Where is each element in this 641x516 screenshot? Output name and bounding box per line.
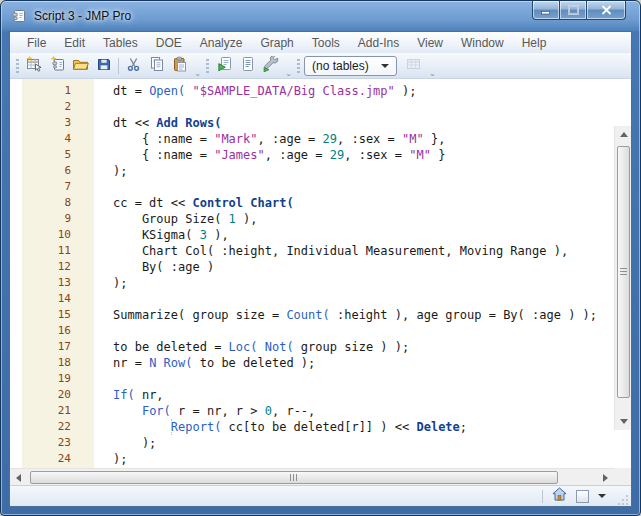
toolbar-group-tables: (no tables) ⌄ — [294, 54, 438, 78]
tools-button[interactable] — [259, 55, 282, 77]
script-editor[interactable]: 123456789101112131415161718192021222324 … — [10, 79, 631, 468]
jmp-pro-window: Script 3 - JMP Pro FileEditTablesDOEAnal… — [0, 0, 641, 516]
new-data-table-icon — [26, 56, 43, 76]
window-square-button[interactable] — [576, 490, 589, 503]
vertical-scrollbar[interactable] — [614, 126, 631, 430]
toolbar-drag-handle[interactable] — [16, 59, 19, 73]
code-line: to be deleted = Loc( Not( group size ) )… — [113, 339, 614, 355]
menu-window[interactable]: Window — [452, 33, 513, 53]
code-line: Chart Col( :height, Individual Measureme… — [113, 243, 614, 259]
line-number: 11 — [22, 243, 94, 259]
copy-icon — [149, 56, 165, 76]
new-data-table-button[interactable] — [23, 55, 46, 77]
horizontal-scrollbar[interactable] — [10, 468, 614, 485]
window-square-icon — [576, 490, 589, 503]
code-line — [113, 179, 614, 195]
line-number: 1 — [22, 83, 94, 99]
code-line — [113, 99, 614, 115]
menu-help[interactable]: Help — [513, 33, 556, 53]
status-bar — [10, 485, 631, 506]
code-line: cc = dt << Control Chart( — [113, 195, 614, 211]
scroll-right-button[interactable] — [597, 469, 614, 486]
code-line — [113, 323, 614, 339]
menu-tools[interactable]: Tools — [303, 33, 349, 53]
line-number: 21 — [22, 403, 94, 419]
code-line: For( r = nr, r > 0, r--, — [113, 403, 614, 419]
resize-grip-icon[interactable] — [617, 492, 629, 504]
line-number: 16 — [22, 323, 94, 339]
scroll-left-button[interactable] — [10, 469, 27, 486]
code-line: KSigma( 3 ), — [113, 227, 614, 243]
chevron-down-icon — [381, 64, 389, 68]
menu-doe[interactable]: DOE — [147, 33, 191, 53]
cut-icon — [126, 56, 141, 76]
toolbar-overflow-icon[interactable]: ⌄ — [285, 70, 292, 77]
code-area[interactable]: dt = Open( "$SAMPLE_DATA/Big Class.jmp" … — [94, 79, 614, 468]
status-separator — [542, 490, 543, 503]
scroll-down-button[interactable] — [615, 413, 631, 430]
menu-add-ins[interactable]: Add-Ins — [349, 33, 408, 53]
open-button[interactable] — [69, 55, 92, 77]
toolbar-drag-handle[interactable] — [206, 59, 209, 73]
line-number: 23 — [22, 435, 94, 451]
toolbar-overflow-icon[interactable]: ⌄ — [429, 70, 436, 77]
close-button[interactable] — [586, 1, 626, 20]
line-number: 9 — [22, 211, 94, 227]
menu-analyze[interactable]: Analyze — [191, 33, 252, 53]
code-line: ); — [113, 275, 614, 291]
maximize-button[interactable] — [559, 1, 587, 20]
code-line: ); — [113, 163, 614, 179]
line-number: 15 — [22, 307, 94, 323]
line-number: 2 — [22, 99, 94, 115]
toolbar-overflow-icon[interactable]: ⌄ — [194, 70, 201, 77]
copy-button[interactable] — [145, 55, 168, 77]
line-number-gutter: 123456789101112131415161718192021222324 — [22, 79, 94, 468]
cut-button[interactable] — [122, 55, 145, 77]
menu-edit[interactable]: Edit — [55, 33, 94, 53]
title-bar[interactable]: Script 3 - JMP Pro — [1, 1, 640, 31]
line-number: 6 — [22, 163, 94, 179]
menu-graph[interactable]: Graph — [251, 33, 302, 53]
paste-icon — [172, 56, 188, 76]
toolbar-separator — [118, 58, 119, 74]
code-line: Report( cc[to be deleted[r]] ) << Delete… — [113, 419, 614, 435]
tables-dropdown[interactable]: (no tables) — [304, 56, 397, 76]
scrollbar-corner — [614, 468, 631, 485]
code-line: { :name = "James", :age = 29, :sex = "M"… — [113, 147, 614, 163]
vertical-scrollbar-thumb[interactable] — [617, 146, 630, 398]
home-button[interactable] — [552, 487, 567, 505]
paste-button[interactable] — [168, 55, 191, 77]
line-number: 17 — [22, 339, 94, 355]
save-button[interactable] — [92, 55, 115, 77]
code-line: Summarize( group size = Count( :height )… — [113, 307, 614, 323]
log-button[interactable] — [236, 55, 259, 77]
new-script-icon — [50, 56, 66, 76]
line-number: 10 — [22, 227, 94, 243]
line-number: 3 — [22, 115, 94, 131]
minimize-button[interactable] — [532, 1, 560, 20]
horizontal-scrollbar-thumb[interactable] — [30, 471, 558, 484]
line-number: 14 — [22, 291, 94, 307]
scroll-up-button[interactable] — [615, 126, 631, 143]
status-dropdown-button[interactable] — [598, 494, 606, 498]
code-line: ); — [113, 451, 614, 467]
new-script-button[interactable] — [46, 55, 69, 77]
line-number: 7 — [22, 179, 94, 195]
log-icon — [240, 56, 256, 76]
line-number: 22 — [22, 419, 94, 435]
code-line: dt = Open( "$SAMPLE_DATA/Big Class.jmp" … — [113, 83, 614, 99]
line-number: 18 — [22, 355, 94, 371]
window-controls — [533, 1, 626, 20]
code-line: ); — [113, 435, 614, 451]
line-number: 12 — [22, 259, 94, 275]
menu-file[interactable]: File — [18, 33, 55, 53]
run-script-button[interactable] — [213, 55, 236, 77]
code-line: nr = N Row( to be deleted ); — [113, 355, 614, 371]
menu-tables[interactable]: Tables — [94, 33, 147, 53]
toolbar-drag-handle[interactable] — [297, 59, 300, 73]
open-icon — [72, 56, 89, 76]
tables-dropdown-value: (no tables) — [312, 59, 369, 73]
menu-view[interactable]: View — [408, 33, 452, 53]
menu-bar: FileEditTablesDOEAnalyzeGraphToolsAdd-In… — [10, 32, 631, 53]
run-script-icon — [216, 56, 233, 76]
